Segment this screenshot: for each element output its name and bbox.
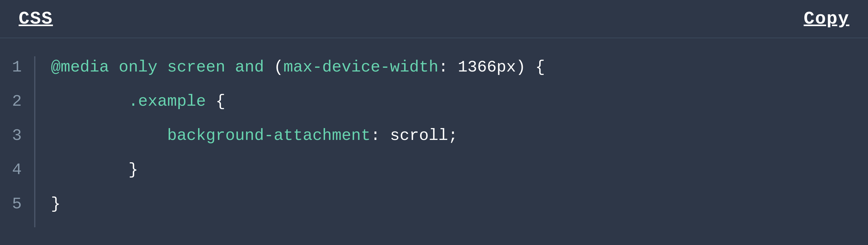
code-token: } <box>51 195 61 213</box>
code-token: @media only screen and <box>51 58 274 77</box>
line-divider <box>34 56 35 90</box>
code-body: 1@media only screen and (max-device-widt… <box>0 38 868 245</box>
line-number: 4 <box>0 161 34 179</box>
code-token: : <box>438 58 458 77</box>
code-token: ( <box>274 58 283 77</box>
table-row: 5} <box>0 193 868 227</box>
line-content: } <box>51 193 61 216</box>
line-divider <box>34 125 35 159</box>
line-number: 1 <box>0 58 34 77</box>
table-row: 4 } <box>0 159 868 193</box>
code-token: { <box>216 92 225 111</box>
code-token: max-device-width <box>283 58 438 77</box>
code-container: CSS Copy 1@media only screen and (max-de… <box>0 0 868 245</box>
code-token: 1366px <box>458 58 516 77</box>
line-number: 5 <box>0 195 34 213</box>
code-token: } <box>51 161 138 179</box>
table-row: 1@media only screen and (max-device-widt… <box>0 56 868 90</box>
code-token: .example <box>51 92 216 111</box>
line-content: .example { <box>51 90 225 113</box>
line-content: background-attachment: scroll; <box>51 125 458 147</box>
line-divider <box>34 90 35 125</box>
code-token: : <box>371 127 390 145</box>
code-token: ) <box>516 58 526 77</box>
line-number: 2 <box>0 92 34 111</box>
line-divider <box>34 193 35 227</box>
code-title: CSS <box>19 9 53 29</box>
line-number: 3 <box>0 127 34 145</box>
code-header: CSS Copy <box>0 0 868 38</box>
copy-button[interactable]: Copy <box>804 9 849 29</box>
line-divider <box>34 159 35 193</box>
code-token: background-attachment <box>51 127 371 145</box>
line-content: @media only screen and (max-device-width… <box>51 56 545 79</box>
table-row: 3 background-attachment: scroll; <box>0 125 868 159</box>
table-row: 2 .example { <box>0 90 868 125</box>
line-content: } <box>51 159 138 182</box>
code-token: { <box>526 58 545 77</box>
code-token: scroll <box>390 127 448 145</box>
code-token: ; <box>448 127 458 145</box>
